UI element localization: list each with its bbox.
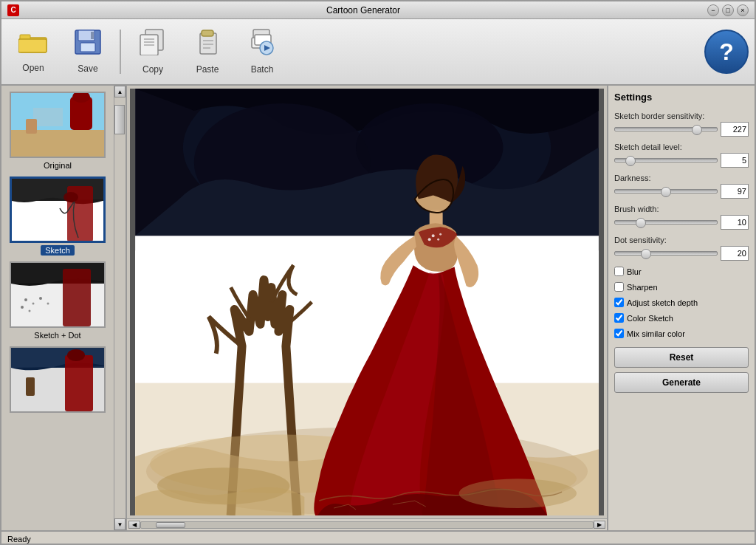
brush-width-thumb[interactable] — [636, 218, 646, 228]
sketch-detail-level-control — [614, 153, 749, 168]
h-scroll-thumb[interactable] — [156, 522, 185, 528]
h-scroll-left-arrow[interactable]: ◀ — [128, 521, 140, 529]
sketch-border-sensitivity-thumb[interactable] — [692, 125, 702, 135]
brush-width-slider[interactable] — [614, 220, 718, 224]
dot-sensitivity-label: Dot sensitivity: — [614, 236, 749, 244]
color-sketch-row: Color Sketch — [614, 313, 749, 323]
darkness-input[interactable] — [721, 184, 749, 199]
status-text: Ready — [7, 535, 31, 544]
svg-point-37 — [21, 306, 24, 309]
dot-sensitivity-slider[interactable] — [614, 251, 718, 256]
thumbnail-list: Original Sketch — [1, 86, 114, 530]
scroll-track — [114, 97, 126, 518]
brush-width-label: Brush width: — [614, 205, 749, 213]
mix-similar-color-label: Mix similar color — [627, 329, 685, 338]
svg-rect-34 — [63, 269, 91, 326]
color-sketch-checkbox[interactable] — [614, 313, 624, 323]
open-label: Open — [22, 63, 44, 73]
svg-point-57 — [432, 234, 435, 237]
adjust-sketch-depth-checkbox[interactable] — [614, 298, 624, 307]
svg-point-38 — [29, 310, 31, 312]
darkness-thumb[interactable] — [661, 187, 671, 197]
svg-point-59 — [437, 239, 439, 241]
paste-icon — [194, 29, 221, 61]
minimize-button[interactable]: − — [707, 4, 719, 16]
h-scroll-right-arrow[interactable]: ▶ — [594, 521, 605, 529]
batch-icon — [249, 29, 275, 61]
thumbnail-original-label: Original — [39, 160, 76, 171]
button-area: Reset Generate — [614, 347, 749, 393]
batch-label: Batch — [251, 64, 274, 75]
h-scroll-track — [140, 521, 594, 529]
toolbar-separator-1 — [120, 30, 121, 74]
sketch-detail-level-slider[interactable] — [614, 158, 718, 162]
sharpen-label: Sharpen — [627, 283, 658, 292]
h-scrollbar: ◀ ▶ — [127, 518, 607, 530]
copy-icon — [140, 29, 166, 61]
scroll-up-arrow[interactable]: ▲ — [114, 86, 126, 97]
dot-sensitivity-thumb[interactable] — [641, 249, 651, 259]
thumbnail-sketch[interactable]: Sketch — [7, 176, 108, 256]
help-button[interactable]: ? — [704, 30, 749, 74]
blur-label: Blur — [627, 267, 642, 276]
sketch-border-sensitivity-control — [614, 122, 749, 137]
sketch-detail-level-row: Sketch detail level: — [614, 143, 749, 168]
svg-rect-24 — [33, 108, 63, 126]
svg-point-44 — [67, 349, 85, 361]
help-label: ? — [719, 38, 734, 66]
right-panel: Settings Sketch border sensitivity: Sket… — [607, 86, 755, 530]
reset-button[interactable]: Reset — [614, 347, 749, 368]
svg-point-40 — [47, 303, 49, 305]
paste-button[interactable]: Paste — [182, 24, 233, 80]
sketch-border-sensitivity-row: Sketch border sensitivity: — [614, 112, 749, 137]
left-panel: Original Sketch — [1, 86, 127, 530]
batch-button[interactable]: Batch — [236, 24, 288, 80]
adjust-sketch-depth-row: Adjust sketch depth — [614, 298, 749, 307]
thumbnail-color[interactable] — [7, 346, 108, 417]
settings-title: Settings — [614, 92, 749, 103]
app-icon: C — [7, 4, 19, 16]
thumbnail-sketch-dot-label: Sketch + Dot — [30, 330, 85, 340]
blur-checkbox[interactable] — [614, 267, 624, 276]
open-button[interactable]: Open — [7, 24, 59, 80]
thumbnail-sketch-dot-img — [10, 261, 106, 328]
svg-point-31 — [63, 192, 78, 202]
copy-button[interactable]: Copy — [127, 24, 179, 80]
svg-point-39 — [39, 297, 42, 300]
sketch-border-sensitivity-slider[interactable] — [614, 127, 718, 131]
svg-point-35 — [24, 298, 27, 301]
left-panel-scrollbar[interactable]: ▲ ▼ — [114, 86, 126, 530]
main-area: Original Sketch — [1, 86, 755, 530]
brush-width-input[interactable] — [721, 215, 749, 230]
svg-point-36 — [32, 303, 35, 305]
paste-label: Paste — [196, 64, 219, 75]
scroll-down-arrow[interactable]: ▼ — [114, 518, 126, 530]
darkness-slider[interactable] — [614, 189, 718, 193]
svg-rect-45 — [26, 377, 35, 396]
svg-rect-2 — [18, 39, 47, 52]
sketch-detail-level-label: Sketch detail level: — [614, 143, 749, 151]
maximize-button[interactable]: □ — [722, 4, 734, 16]
save-button[interactable]: Save — [62, 24, 114, 80]
statusbar: Ready — [1, 530, 755, 545]
titlebar: C Cartoon Generator − □ × — [1, 1, 755, 19]
sharpen-checkbox[interactable] — [614, 282, 624, 292]
thumbnail-sketch-dot[interactable]: Sketch + Dot — [7, 261, 108, 340]
mix-similar-color-checkbox[interactable] — [614, 329, 624, 338]
svg-rect-6 — [91, 32, 94, 39]
sketch-detail-level-input[interactable] — [721, 153, 749, 168]
brush-width-control — [614, 215, 749, 230]
dot-sensitivity-input[interactable] — [721, 246, 749, 261]
open-icon — [18, 30, 48, 60]
sketch-detail-level-thumb[interactable] — [625, 156, 636, 166]
center-panel: ◀ ▶ — [127, 86, 607, 530]
dot-sensitivity-row: Dot sensitivity: — [614, 236, 749, 261]
thumbnail-original[interactable]: Original — [7, 92, 108, 171]
mix-similar-color-row: Mix similar color — [614, 329, 749, 338]
generate-button[interactable]: Generate — [614, 372, 749, 393]
close-button[interactable]: × — [737, 4, 749, 16]
scroll-thumb[interactable] — [114, 105, 125, 134]
canvas-area — [130, 89, 604, 515]
svg-rect-23 — [11, 130, 106, 158]
sketch-border-sensitivity-input[interactable] — [721, 122, 749, 137]
